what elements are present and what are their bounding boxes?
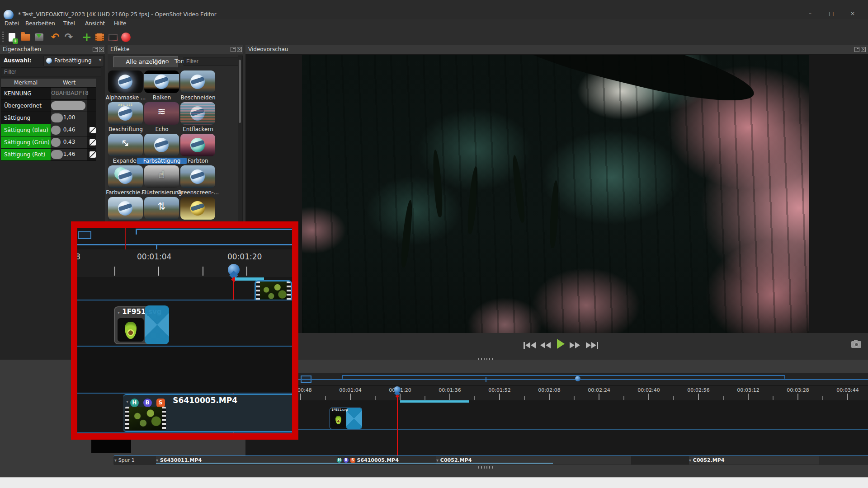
chevron-down-icon: ▾ bbox=[436, 458, 439, 463]
timeline-zoombar[interactable] bbox=[245, 373, 868, 385]
close-button[interactable]: × bbox=[845, 10, 860, 18]
table-row[interactable]: Sättigung (Blau) 0,46 bbox=[1, 124, 96, 136]
menu-ansicht[interactable]: Ansicht bbox=[83, 20, 107, 28]
close-panel-icon[interactable]: × bbox=[99, 47, 104, 52]
rewind-button[interactable] bbox=[540, 340, 551, 350]
chevron-down-icon: ▾ bbox=[156, 458, 158, 463]
splitter-grip[interactable] bbox=[478, 466, 494, 469]
menu-bearbeiten[interactable]: Bearbeiten bbox=[24, 20, 57, 28]
timeline-ruler[interactable]: 00:00:48 00:01:04 00:01:20 00:01:36 00:0… bbox=[245, 385, 868, 401]
inset-clip-svg: ▾ 1F951.svg bbox=[114, 306, 168, 344]
open-project-icon[interactable] bbox=[19, 31, 32, 43]
properties-panel-header: Eigenschaften × bbox=[0, 45, 105, 54]
hue-badge: H bbox=[130, 399, 139, 407]
cache-progress-line bbox=[156, 463, 553, 464]
inset-ruler: 8 00:01:04 00:01:20 bbox=[77, 249, 292, 277]
playhead-line[interactable] bbox=[397, 398, 398, 455]
video-frame[interactable] bbox=[302, 55, 809, 333]
table-row[interactable]: Sättigung 1,00 bbox=[1, 112, 96, 124]
redo-icon[interactable]: ↷ bbox=[62, 31, 75, 43]
table-row[interactable]: KENNUNG OBAHBADPT8 bbox=[1, 88, 96, 100]
hue-badge: H bbox=[337, 458, 342, 463]
float-panel-icon[interactable] bbox=[854, 47, 859, 52]
fullscreen-icon[interactable] bbox=[107, 31, 119, 43]
fast-forward-button[interactable] bbox=[570, 340, 580, 350]
openshot-logo-icon bbox=[4, 10, 14, 20]
magnifier-inset: 8 00:01:04 00:01:20 ▾ 1F951.svg bbox=[71, 221, 298, 440]
effect-entflackern[interactable]: Entflackern bbox=[173, 102, 223, 134]
brightness-badge: B bbox=[143, 399, 152, 407]
window-title: * Test_VIDEOAKTIV_2023 [4K UHD 2160p 25 … bbox=[18, 11, 217, 18]
toolbar-grip[interactable] bbox=[2, 32, 4, 42]
tab-ton[interactable]: Ton bbox=[175, 58, 184, 65]
menu-titel[interactable]: Titel bbox=[61, 20, 77, 28]
keyframe-icon[interactable] bbox=[90, 139, 96, 145]
new-project-icon[interactable] bbox=[5, 31, 18, 43]
play-button[interactable] bbox=[557, 339, 565, 349]
timeline-clip-svg[interactable]: 1F951.svg bbox=[330, 408, 362, 429]
zoombar-marker[interactable] bbox=[575, 376, 580, 381]
transition-overlay bbox=[346, 408, 362, 429]
selection-value: Farbsättigung bbox=[54, 57, 92, 64]
tab-video[interactable]: Video bbox=[152, 58, 169, 65]
float-panel-icon[interactable] bbox=[231, 47, 236, 52]
close-panel-icon[interactable]: × bbox=[237, 47, 242, 52]
effect-beschneiden[interactable]: Beschneiden bbox=[173, 70, 223, 102]
effects-panel-header: Effekte × bbox=[108, 45, 243, 54]
effects-panel-title: Effekte bbox=[110, 46, 129, 52]
zoombar-playhead bbox=[337, 373, 337, 385]
chevron-down-icon: ▾ bbox=[99, 57, 101, 62]
column-merkmal: Merkmal bbox=[1, 80, 51, 86]
keyframe-icon[interactable] bbox=[90, 151, 96, 158]
timeline-clip[interactable]: ▾ C0052.MP4 bbox=[689, 456, 819, 465]
properties-panel-title: Eigenschaften bbox=[3, 46, 41, 52]
video-preview-panel bbox=[245, 54, 868, 360]
brightness-badge: B bbox=[344, 458, 349, 463]
table-header: Merkmal Wert bbox=[1, 79, 96, 88]
chevron-down-icon[interactable]: ▾ bbox=[114, 458, 117, 463]
chevron-down-icon: ▾ bbox=[118, 310, 120, 315]
effect-ball-icon bbox=[46, 58, 52, 64]
menu-datei[interactable]: Datei bbox=[3, 20, 21, 28]
jump-to-start-button[interactable] bbox=[524, 340, 536, 350]
track-label: Spur 1 bbox=[118, 457, 135, 463]
table-row[interactable]: Sättigung (Grün) 0,43 bbox=[1, 136, 96, 149]
table-row[interactable]: Übergeordnet bbox=[1, 100, 96, 112]
preview-panel-title: Videovorschau bbox=[248, 46, 288, 52]
chevron-down-icon: ▾ bbox=[689, 458, 691, 463]
table-row[interactable]: Sättigung (Rot) 1,46 bbox=[1, 149, 96, 161]
saturation-badge: S bbox=[350, 458, 355, 463]
undo-icon[interactable]: ↶ bbox=[49, 31, 61, 43]
close-panel-icon[interactable]: × bbox=[861, 47, 866, 52]
saturation-badge: S bbox=[156, 399, 165, 407]
selection-label: Auswahl: bbox=[4, 57, 32, 64]
effect-farbton[interactable]: Farbton bbox=[173, 134, 223, 165]
keyframe-icon[interactable] bbox=[90, 127, 96, 133]
avocado-icon bbox=[335, 416, 341, 424]
capture-frame-icon[interactable] bbox=[851, 341, 861, 348]
properties-filter-input[interactable] bbox=[1, 67, 101, 76]
jump-to-end-button[interactable] bbox=[586, 340, 598, 350]
maximize-button[interactable]: □ bbox=[824, 10, 839, 18]
transport-controls bbox=[245, 333, 868, 360]
effects-filter-input[interactable] bbox=[184, 57, 241, 66]
export-video-icon[interactable] bbox=[119, 31, 132, 43]
inset-clip-video: ▾ H B S S6410005.MP4 bbox=[123, 394, 292, 432]
transition-range-bar bbox=[400, 400, 469, 403]
choose-profile-icon[interactable] bbox=[93, 31, 106, 43]
menu-hilfe[interactable]: Hilfe bbox=[112, 20, 128, 28]
float-panel-icon[interactable] bbox=[93, 47, 98, 52]
save-project-icon[interactable] bbox=[33, 31, 45, 43]
minimize-button[interactable]: – bbox=[802, 10, 818, 18]
import-files-icon[interactable]: + bbox=[80, 31, 93, 43]
effect-greenscreen[interactable]: Greenscreen-... bbox=[173, 165, 223, 197]
transition-overlay bbox=[145, 305, 169, 344]
avocado-icon bbox=[125, 322, 137, 339]
column-wert: Wert bbox=[51, 80, 87, 86]
selection-dropdown[interactable]: Farbsättigung ▾ bbox=[43, 56, 104, 66]
taskbar-strip bbox=[0, 477, 868, 488]
value-slider[interactable] bbox=[51, 101, 85, 110]
splitter-grip[interactable] bbox=[478, 358, 494, 360]
playhead-marker[interactable] bbox=[394, 386, 401, 393]
menu-bar: Datei Bearbeiten Titel Ansicht Hilfe bbox=[0, 19, 868, 30]
